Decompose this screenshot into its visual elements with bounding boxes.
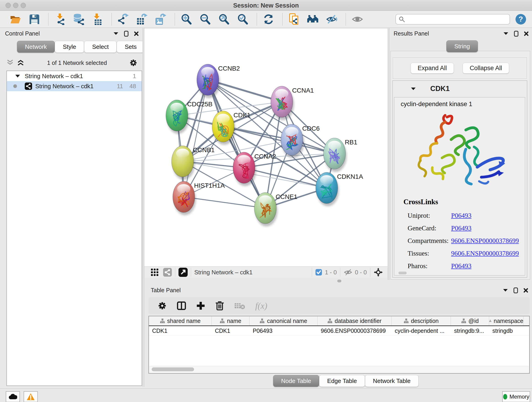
table-cell[interactable]: CDK1: [149, 326, 212, 335]
show-panel-eye-icon-button[interactable]: [351, 13, 364, 26]
export-table-button[interactable]: [136, 13, 148, 26]
results-scrollbar-thumb[interactable]: [399, 272, 407, 274]
export-image-button[interactable]: [154, 13, 167, 26]
table-scrollbar[interactable]: [149, 366, 529, 373]
zoom-selected-button[interactable]: [236, 13, 249, 26]
panel-menu-icon[interactable]: [503, 288, 508, 292]
table-cell[interactable]: P06493: [249, 326, 317, 335]
collapse-all-networks-icon[interactable]: [6, 59, 14, 66]
home-networks-button[interactable]: [307, 13, 319, 26]
network-node-cdkn1a[interactable]: CDKN1A: [316, 172, 363, 206]
export-network-button[interactable]: [117, 13, 130, 26]
string-network-graph[interactable]: CCNB2CCNA1CDC25BCDK1CDC6RB1CCNB1CCNA2CDK…: [144, 29, 388, 266]
column-header-sharedname[interactable]: shared name: [149, 316, 212, 325]
crosslink-link[interactable]: P06493: [451, 224, 472, 232]
column-header-databaseidentifier[interactable]: database identifier: [317, 316, 392, 325]
selected-checkbox-icon[interactable]: [315, 269, 322, 276]
network-collection-row[interactable]: String Network – cdk1 1: [7, 71, 142, 81]
panel-close-icon[interactable]: [523, 288, 528, 293]
crosslink-link[interactable]: P06493: [451, 262, 472, 270]
table-cell[interactable]: cyclin-dependent ...: [392, 326, 451, 335]
gene-section-header[interactable]: CDK1: [393, 81, 527, 97]
column-header-namespace[interactable]: namespace: [489, 316, 524, 325]
network-node-rb1[interactable]: RB1: [323, 138, 357, 172]
expand-all-button[interactable]: Expand All: [411, 63, 454, 74]
import-network-file-button[interactable]: [54, 13, 66, 26]
warnings-button[interactable]: [24, 391, 38, 402]
network-node-ccnb1[interactable]: CCNB1: [172, 146, 215, 180]
zoom-out-button[interactable]: [199, 13, 212, 26]
network-node-ccna1[interactable]: CCNA1: [271, 86, 314, 120]
search-input[interactable]: [405, 16, 507, 23]
panel-float-icon[interactable]: [124, 31, 129, 37]
expand-all-networks-icon[interactable]: [17, 59, 25, 66]
memory-button[interactable]: Memory: [502, 391, 530, 402]
network-node-ccnb2[interactable]: CCNB2: [197, 64, 240, 98]
hide-panel-eye-icon-button[interactable]: [325, 13, 338, 26]
network-node-ccne1[interactable]: CCNE1: [254, 192, 298, 226]
panel-close-icon[interactable]: [524, 31, 529, 36]
network-options-gear-icon[interactable]: [129, 59, 138, 67]
import-table-file-button[interactable]: [91, 13, 104, 26]
table-cell[interactable]: 9606.ENSP00000378699: [317, 326, 392, 335]
table-toolbar: f(x): [148, 297, 530, 314]
delete-column-trash-icon[interactable]: [215, 301, 224, 311]
table-cell[interactable]: stringdb:9...: [451, 326, 489, 335]
show-columns-icon[interactable]: [177, 301, 186, 310]
network-view-share-icon[interactable]: [163, 268, 172, 277]
tab-sets[interactable]: Sets: [117, 41, 145, 53]
help-button[interactable]: ?: [515, 14, 526, 25]
panel-menu-icon[interactable]: [113, 32, 119, 35]
zoom-fit-button[interactable]: [218, 13, 230, 26]
table-cell[interactable]: stringdb: [489, 326, 524, 335]
crosslink-link[interactable]: 9606.ENSP00000378699: [451, 237, 519, 245]
table-panel-title: Table Panel: [151, 287, 181, 294]
crosslink-label: Compartments:: [408, 237, 451, 245]
column-header-canonicalname[interactable]: canonical name: [249, 316, 317, 325]
zoom-in-button[interactable]: [180, 13, 193, 26]
table-cell[interactable]: CDK1: [212, 326, 249, 335]
network-row-selected[interactable]: String Network – cdk1 11 48: [7, 81, 142, 91]
network-node-cdc25b[interactable]: CDC25B: [166, 100, 212, 134]
tab-network-table[interactable]: Network Table: [365, 375, 418, 387]
panel-menu-icon[interactable]: [503, 32, 509, 35]
collapse-all-button[interactable]: Collapse All: [462, 63, 509, 74]
panel-float-icon[interactable]: [514, 31, 519, 37]
panel-float-icon[interactable]: [513, 287, 518, 293]
table-row[interactable]: CDK1CDK1P064939606.ENSP00000378699cyclin…: [149, 326, 529, 336]
gene-description: cyclin-dependent kinase 1: [401, 101, 472, 108]
tab-select[interactable]: Select: [84, 41, 117, 53]
section-expander-icon[interactable]: [411, 87, 416, 90]
results-panel: Results Panel String Expand All Collapse…: [389, 28, 532, 280]
network-node-hist1h1a[interactable]: HIST1H1A: [173, 181, 225, 215]
birdseye-view-icon[interactable]: [178, 268, 188, 277]
tab-style[interactable]: Style: [55, 41, 84, 53]
tab-network[interactable]: Network: [17, 41, 55, 53]
apply-layout-button[interactable]: [262, 13, 275, 26]
import-network-database-button[interactable]: [72, 13, 85, 26]
left-splitter[interactable]: [143, 28, 144, 387]
grid-view-icon[interactable]: [151, 268, 158, 276]
crosslink-link[interactable]: 9606.ENSP00000378699: [451, 249, 519, 257]
column-header-description[interactable]: description: [392, 316, 451, 325]
horizontal-splitter-handle[interactable]: [337, 280, 341, 282]
network-view-canvas[interactable]: CCNB2CCNA1CDC25BCDK1CDC6RB1CCNB1CCNA2CDK…: [144, 29, 388, 266]
string-documents-button[interactable]: [288, 13, 301, 26]
panel-close-icon[interactable]: [134, 31, 139, 36]
tree-expander-icon[interactable]: [15, 75, 20, 78]
tab-node-table[interactable]: Node Table: [273, 375, 319, 387]
table-settings-gear-icon[interactable]: [158, 301, 167, 310]
tab-edge-table[interactable]: Edge Table: [319, 375, 365, 387]
node-label-cdkn1a: CDKN1A: [337, 173, 363, 180]
save-session-button[interactable]: [28, 13, 41, 26]
column-header-name[interactable]: name: [212, 316, 249, 325]
open-session-button[interactable]: [9, 13, 22, 26]
pan-crosshair-icon[interactable]: [374, 268, 383, 277]
right-splitter[interactable]: [388, 28, 389, 280]
tab-string-results[interactable]: String: [446, 40, 478, 52]
table-scrollbar-thumb[interactable]: [152, 367, 194, 371]
crosslink-link[interactable]: P06493: [451, 212, 472, 219]
column-header-id[interactable]: @id: [451, 316, 489, 325]
cloud-status-button[interactable]: [6, 391, 20, 402]
create-column-plus-icon[interactable]: [196, 301, 205, 310]
